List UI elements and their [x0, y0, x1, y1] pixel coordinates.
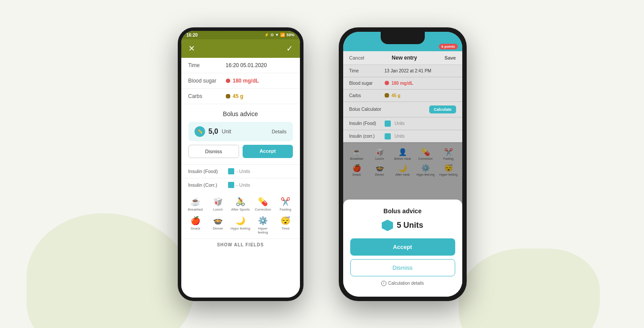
activity-hypo[interactable]: 🌙 Hypo feeling — [230, 214, 251, 237]
ios-bolus-calc-row: Bolus Calculator Calculate — [343, 102, 462, 117]
signal-icon: ▼ — [275, 33, 279, 37]
insulin-food-value[interactable]: - Units — [236, 169, 251, 174]
ios-blood-sugar-indicator — [385, 81, 389, 85]
insulin-corr-label: Insulin (Corr.) — [188, 182, 228, 188]
time-value[interactable]: 16:20 05.01.2020 — [226, 62, 267, 68]
modal-calc-link[interactable]: i Calculation details — [350, 281, 455, 286]
ios-blood-sugar-label: Blood sugar — [349, 81, 385, 86]
bolus-advice-title: Bolus advice — [188, 110, 293, 117]
ios-carbs-field-row: Carbs 45 g — [343, 90, 462, 102]
bolus-advice-section: Bolus advice ✏️ 5,0 Unit Details Dismiss… — [181, 104, 300, 164]
ios-insulin-food-value[interactable]: Units — [395, 121, 405, 126]
show-all-fields[interactable]: SHOW ALL FIELDS — [181, 238, 300, 251]
after-sports-label: After Sports — [231, 208, 250, 212]
cancel-button[interactable]: Cancel — [349, 55, 364, 60]
accept-button[interactable]: Accept — [243, 145, 293, 158]
carbs-value[interactable]: 45 g — [233, 93, 243, 99]
android-time: 16:20 — [187, 33, 198, 38]
dinner-label: Dinner — [213, 227, 223, 231]
ios-carbs-label: Carbs — [349, 93, 385, 98]
blood-sugar-indicator — [226, 79, 230, 83]
ios-phone: 6 points Cancel New entry Save Time 13 J… — [339, 27, 467, 301]
time-field-row: Time 16:20 05.01.2020 — [181, 58, 300, 73]
tired-icon: 😴 — [281, 216, 290, 226]
ios-bolus-calc-label: Bolus Calculator — [349, 107, 382, 112]
activity-fasting[interactable]: ✂️ Fasting — [275, 195, 296, 214]
ios-nav-bar: Cancel New entry Save — [343, 51, 462, 65]
wifi-icon: 📶 — [280, 33, 285, 37]
ios-insulin-corr-row: Insulin (corr.) Units — [343, 130, 462, 143]
ios-bolus-modal: Bolus advice 5 Units Accept Dismiss i Ca… — [343, 200, 462, 297]
activity-correction[interactable]: 💊 Correction — [252, 195, 274, 214]
bolus-advice-card: ✏️ 5,0 Unit Details — [188, 122, 293, 141]
insulin-corr-indicator — [228, 182, 234, 188]
shield-icon — [382, 220, 393, 231]
hyper-label: Hyper feeling — [253, 227, 273, 235]
carbs-field-row: Carbs 45 g — [181, 89, 300, 104]
modal-accept-button[interactable]: Accept — [350, 238, 455, 256]
dinner-icon: 🍲 — [213, 216, 223, 226]
insulin-food-row: Insulin (Food) - Units — [181, 164, 300, 178]
dismiss-button[interactable]: Dismiss — [188, 145, 240, 158]
ios-carbs-value[interactable]: 45 g — [392, 93, 401, 98]
hyper-icon: ⚙️ — [258, 216, 268, 226]
points-badge: 6 points — [439, 44, 458, 49]
modal-dismiss-button[interactable]: Dismiss — [350, 259, 455, 276]
ios-calculate-button[interactable]: Calculate — [429, 106, 456, 113]
bolus-actions: Dismiss Accept — [188, 145, 293, 158]
background-blob-right — [459, 249, 600, 328]
time-label: Time — [188, 62, 226, 68]
modal-title: Bolus advice — [350, 207, 455, 215]
ios-insulin-food-label: Insulin (Food) — [349, 121, 385, 126]
correction-label: Correction — [255, 208, 271, 212]
android-screen: 16:20 ⚡ ⊙ ▼ 📶 59% ✕ ✓ Time 16:20 — [181, 31, 300, 298]
android-activities-grid: ☕ Breakfast 🥡 Lunch 🚴 After Sports 💊 Cor… — [181, 192, 300, 238]
info-icon: i — [381, 281, 386, 286]
ios-insulin-corr-indicator — [385, 133, 391, 139]
android-header: ✕ ✓ — [181, 39, 300, 58]
save-button[interactable]: Save — [445, 55, 456, 60]
bolus-left: ✏️ 5,0 Unit — [195, 126, 232, 137]
blood-sugar-value[interactable]: 180 mg/dL — [233, 78, 259, 84]
modal-units: 5 Units — [350, 220, 455, 231]
activity-tired[interactable]: 😴 Tired — [275, 214, 296, 237]
close-button[interactable]: ✕ — [188, 44, 195, 53]
bolus-amount: 5,0 — [209, 128, 218, 136]
ios-insulin-food-indicator — [385, 121, 391, 127]
calc-details-label: Calculation details — [388, 281, 424, 286]
background-blob-left — [26, 213, 194, 328]
ios-time-field-row: Time 13 Jan 2022 at 2:41 PM — [343, 65, 462, 77]
insulin-food-indicator — [228, 168, 234, 174]
activity-hyper[interactable]: ⚙️ Hyper feeling — [252, 214, 274, 237]
snack-label: Snack — [191, 227, 200, 231]
ios-notch — [381, 32, 425, 44]
blood-sugar-field-row: Blood sugar 180 mg/dL — [181, 73, 300, 89]
breakfast-label: Breakfast — [188, 208, 203, 212]
tired-label: Tired — [281, 227, 289, 231]
activity-breakfast[interactable]: ☕ Breakfast — [185, 195, 206, 214]
activity-lunch[interactable]: 🥡 Lunch — [207, 195, 229, 214]
activity-after-sports[interactable]: 🚴 After Sports — [230, 195, 251, 214]
location-icon: ⊙ — [270, 33, 274, 37]
ios-insulin-food-row: Insulin (Food) Units — [343, 117, 462, 130]
after-sports-icon: 🚴 — [236, 197, 245, 207]
ios-insulin-corr-label: Insulin (corr.) — [349, 134, 385, 139]
fasting-label: Fasting — [280, 208, 291, 212]
activity-dinner[interactable]: 🍲 Dinner — [207, 214, 229, 237]
lunch-label: Lunch — [213, 208, 223, 212]
ios-blood-sugar-value[interactable]: 180 mg/dL — [392, 81, 413, 86]
correction-icon: 💊 — [258, 197, 268, 207]
modal-units-text: 5 Units — [397, 221, 423, 230]
ios-insulin-corr-value[interactable]: Units — [395, 134, 405, 139]
bolus-details-link[interactable]: Details — [272, 129, 287, 134]
android-content: Time 16:20 05.01.2020 Blood sugar 180 mg… — [181, 58, 300, 298]
android-status-bar: 16:20 ⚡ ⊙ ▼ 📶 59% — [181, 31, 300, 39]
breakfast-icon: ☕ — [191, 197, 200, 207]
activity-snack[interactable]: 🍎 Snack — [185, 214, 206, 237]
ios-blood-sugar-field-row: Blood sugar 180 mg/dL — [343, 77, 462, 90]
confirm-button[interactable]: ✓ — [286, 44, 293, 53]
insulin-corr-value[interactable]: - Units — [236, 182, 251, 188]
android-status-icons: ⚡ ⊙ ▼ 📶 59% — [264, 33, 295, 37]
phones-container: 16:20 ⚡ ⊙ ▼ 📶 59% ✕ ✓ Time 16:20 — [178, 27, 467, 301]
ios-time-value[interactable]: 13 Jan 2022 at 2:41 PM — [385, 68, 431, 73]
